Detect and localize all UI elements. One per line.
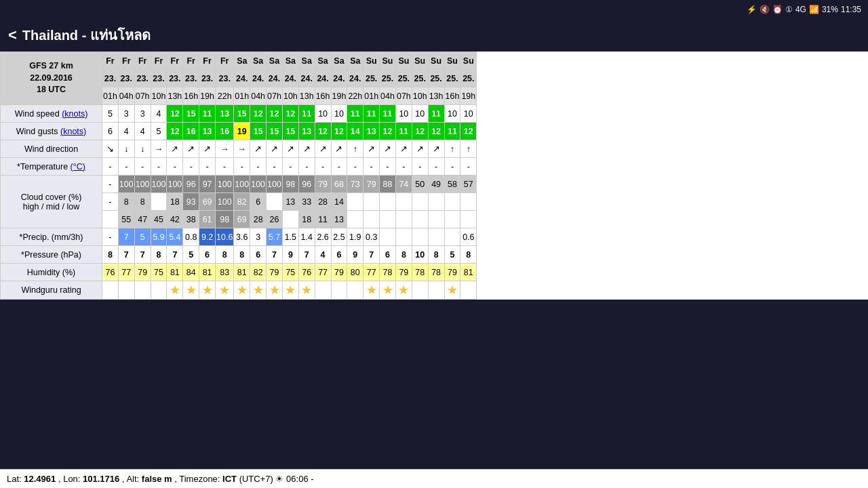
- pressure-row: *Pressure (hPa) 8778 7568 8679 7469 7681…: [1, 246, 477, 264]
- temp-unit-link[interactable]: (°C): [71, 162, 85, 171]
- wd-10: ↗: [250, 140, 267, 158]
- sim-icon: ①: [785, 5, 793, 14]
- wg-23: 12: [460, 123, 477, 140]
- wg-18: 12: [380, 123, 396, 140]
- ws-23: 10: [460, 105, 477, 123]
- footer-utc: (UTC+7): [239, 474, 273, 484]
- day-col-5: Fr: [167, 52, 183, 70]
- network-4g-icon: 4G: [795, 5, 806, 14]
- wind-gusts-row: Wind gusts (knots) 6 4 4 5 12 16 13 16 1…: [1, 123, 477, 140]
- footer-alt-label: , Alt:: [122, 474, 142, 484]
- pp-3: 5: [134, 228, 151, 246]
- windguru-rating-label: Windguru rating: [1, 281, 102, 300]
- wd-14: ↗: [315, 140, 331, 158]
- day-col-23: Su: [460, 52, 477, 70]
- ws-8: 13: [216, 105, 234, 123]
- ws-15: 10: [331, 105, 347, 123]
- day-col-2: Fr: [118, 52, 134, 70]
- wg-21: 12: [428, 123, 444, 140]
- pp-8: 10.6: [216, 228, 234, 246]
- wd-6: ↗: [183, 140, 199, 158]
- wind-direction-row: Wind direction ↘ ↓ ↓ → ↗ ↗ ↗ → → ↗ ↗ ↗ ↗…: [1, 140, 477, 158]
- ws-22: 10: [444, 105, 460, 123]
- ws-18: 11: [380, 105, 396, 123]
- pp-2: 7: [118, 228, 134, 246]
- precip-label: *Precip. (mm/3h): [1, 228, 102, 246]
- pp-10: 3: [250, 228, 267, 246]
- ws-17: 11: [363, 105, 380, 123]
- footer-lon-label: , Lon:: [58, 474, 83, 484]
- star-12: ★: [285, 283, 296, 297]
- ws-2: 3: [118, 105, 134, 123]
- day-col-21: Su: [428, 52, 444, 70]
- weather-table-container: GFS 27 km 22.09.2016 18 UTC Fr Fr Fr Fr …: [0, 52, 868, 300]
- wind-gusts-unit-link[interactable]: (knots): [60, 127, 86, 136]
- ws-6: 15: [183, 105, 199, 123]
- ws-12: 12: [282, 105, 298, 123]
- wd-13: ↗: [298, 140, 315, 158]
- ws-1: 5: [102, 105, 119, 123]
- day-col-11: Sa: [267, 52, 283, 70]
- star-5: ★: [170, 283, 180, 297]
- wind-speed-label: Wind speed (knots): [1, 105, 102, 123]
- footer: Lat: 12.4961 , Lon: 101.1716 , Alt: fals…: [0, 469, 868, 488]
- page-title: Thailand - แท่นโหลด: [22, 24, 151, 46]
- humidity-label: Humidity (%): [1, 264, 102, 281]
- wd-11: ↗: [267, 140, 283, 158]
- wg-17: 13: [363, 123, 380, 140]
- wd-5: ↗: [167, 140, 183, 158]
- star-7: ★: [202, 283, 213, 297]
- day-col-12: Sa: [282, 52, 298, 70]
- pp-5: 5.4: [167, 228, 183, 246]
- wd-19: ↗: [395, 140, 412, 158]
- wg-20: 12: [412, 123, 428, 140]
- star-19: ★: [398, 283, 409, 297]
- wind-speed-unit-link[interactable]: (knots): [62, 109, 87, 119]
- status-icons: ⚡ 🔇 ⏰ ① 4G 📶 31% 11:35: [747, 5, 861, 14]
- wg-6: 16: [183, 123, 199, 140]
- wd-12: ↗: [282, 140, 298, 158]
- pp-23: 0.6: [460, 228, 477, 246]
- wd-3: ↓: [134, 140, 151, 158]
- day-col-3: Fr: [134, 52, 151, 70]
- wg-11: 15: [267, 123, 283, 140]
- wind-speed-row: Wind speed (knots) 5 3 3 4 12 15 11 13 1…: [1, 105, 477, 123]
- wd-21: ↗: [428, 140, 444, 158]
- footer-lat-label: Lat:: [7, 474, 24, 484]
- wg-14: 12: [315, 123, 331, 140]
- pp-16: 1.9: [347, 228, 363, 246]
- wg-5: 12: [167, 123, 183, 140]
- wd-18: ↗: [380, 140, 396, 158]
- day-col-8: Fr: [216, 52, 234, 70]
- temperature-row: *Temperature (°C) -------- -------- ----…: [1, 158, 477, 176]
- day-col-1: Fr: [102, 52, 119, 70]
- footer-alt: false m: [142, 474, 172, 484]
- wg-9: 19: [234, 123, 250, 140]
- alarm-icon: ⏰: [772, 5, 783, 14]
- wg-10: 15: [250, 123, 267, 140]
- wind-direction-label: Wind direction: [1, 140, 102, 158]
- windguru-rating-row: Windguru rating ★ ★ ★ ★ ★ ★ ★ ★ ★ ★ ★ ★ …: [1, 281, 477, 300]
- ws-4: 4: [151, 105, 167, 123]
- star-11: ★: [269, 283, 280, 297]
- wg-4: 5: [151, 123, 167, 140]
- signal-icon: 📶: [809, 5, 819, 14]
- pp-17: 0.3: [363, 228, 380, 246]
- pp-13: 1.4: [298, 228, 315, 246]
- wd-1: ↘: [102, 140, 119, 158]
- day-col-13: Sa: [298, 52, 315, 70]
- wd-8: →: [216, 140, 234, 158]
- clock: 11:35: [841, 5, 861, 14]
- cloud-high-row: Cloud cover (%)high / mid / low - 100100…: [1, 176, 477, 193]
- wd-15: ↗: [331, 140, 347, 158]
- wg-15: 12: [331, 123, 347, 140]
- wd-17: ↗: [363, 140, 380, 158]
- star-9: ★: [237, 283, 248, 297]
- back-button[interactable]: <: [8, 26, 17, 44]
- pp-12: 1.5: [282, 228, 298, 246]
- weather-table: GFS 27 km 22.09.2016 18 UTC Fr Fr Fr Fr …: [0, 52, 477, 300]
- star-8: ★: [219, 283, 230, 297]
- pp-6: 0.8: [183, 228, 199, 246]
- ws-11: 12: [267, 105, 283, 123]
- wg-3: 4: [134, 123, 151, 140]
